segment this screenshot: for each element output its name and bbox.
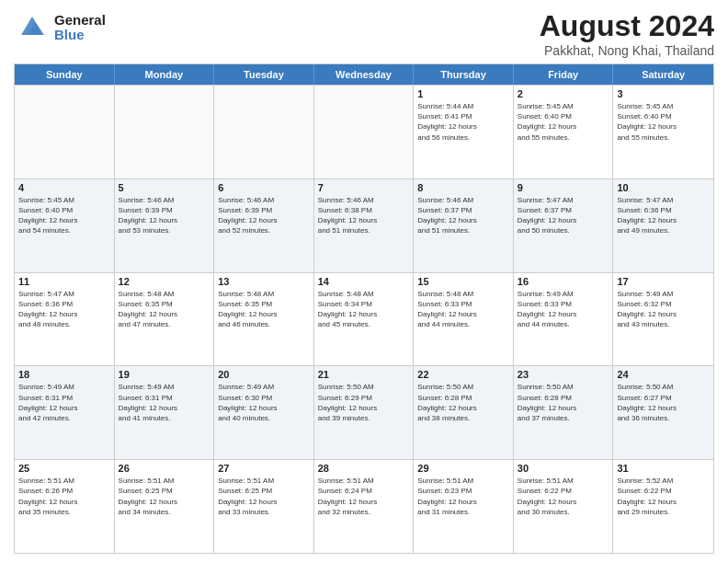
calendar-row-3: 18Sunrise: 5:49 AM Sunset: 6:31 PM Dayli… xyxy=(15,365,713,459)
day-info-3-4: Sunrise: 5:50 AM Sunset: 6:28 PM Dayligh… xyxy=(417,382,509,423)
day-info-4-3: Sunrise: 5:51 AM Sunset: 6:24 PM Dayligh… xyxy=(318,476,410,517)
cal-cell-4-0: 25Sunrise: 5:51 AM Sunset: 6:26 PM Dayli… xyxy=(15,460,115,553)
day-info-2-0: Sunrise: 5:47 AM Sunset: 6:36 PM Dayligh… xyxy=(18,289,110,330)
cal-cell-1-6: 10Sunrise: 5:47 AM Sunset: 6:36 PM Dayli… xyxy=(613,179,713,272)
cal-cell-3-0: 18Sunrise: 5:49 AM Sunset: 6:31 PM Dayli… xyxy=(15,366,115,459)
cal-cell-0-3 xyxy=(314,86,415,178)
day-number-2-1: 12 xyxy=(119,276,210,287)
day-number-3-6: 24 xyxy=(617,369,710,380)
day-info-3-0: Sunrise: 5:49 AM Sunset: 6:31 PM Dayligh… xyxy=(18,382,110,423)
day-number-4-0: 25 xyxy=(18,463,110,474)
day-info-1-4: Sunrise: 5:46 AM Sunset: 6:37 PM Dayligh… xyxy=(417,195,509,236)
cal-cell-3-2: 20Sunrise: 5:49 AM Sunset: 6:30 PM Dayli… xyxy=(214,366,314,459)
day-info-2-2: Sunrise: 5:48 AM Sunset: 6:35 PM Dayligh… xyxy=(218,289,310,330)
day-number-1-6: 10 xyxy=(617,182,710,193)
day-number-2-2: 13 xyxy=(218,276,310,287)
logo-blue-text: Blue xyxy=(54,28,106,43)
cal-cell-1-4: 8Sunrise: 5:46 AM Sunset: 6:37 PM Daylig… xyxy=(414,179,514,272)
calendar-row-1: 4Sunrise: 5:45 AM Sunset: 6:40 PM Daylig… xyxy=(15,178,713,272)
day-info-4-2: Sunrise: 5:51 AM Sunset: 6:25 PM Dayligh… xyxy=(218,476,310,517)
cal-cell-0-1 xyxy=(115,86,215,178)
day-info-2-1: Sunrise: 5:48 AM Sunset: 6:35 PM Dayligh… xyxy=(119,289,210,330)
header-tuesday: Tuesday xyxy=(214,64,314,85)
day-info-2-4: Sunrise: 5:48 AM Sunset: 6:33 PM Dayligh… xyxy=(417,289,509,330)
cal-cell-4-5: 30Sunrise: 5:51 AM Sunset: 6:22 PM Dayli… xyxy=(514,460,614,553)
day-number-4-3: 28 xyxy=(318,463,410,474)
day-info-4-1: Sunrise: 5:51 AM Sunset: 6:25 PM Dayligh… xyxy=(119,476,210,517)
day-number-3-1: 19 xyxy=(119,369,210,380)
day-number-3-5: 23 xyxy=(518,369,609,380)
day-number-2-5: 16 xyxy=(518,276,609,287)
cal-cell-0-4: 1Sunrise: 5:44 AM Sunset: 6:41 PM Daylig… xyxy=(414,86,514,178)
day-info-2-6: Sunrise: 5:49 AM Sunset: 6:32 PM Dayligh… xyxy=(617,289,710,330)
day-number-1-2: 6 xyxy=(218,182,310,193)
day-info-0-5: Sunrise: 5:45 AM Sunset: 6:40 PM Dayligh… xyxy=(518,101,609,143)
calendar-row-2: 11Sunrise: 5:47 AM Sunset: 6:36 PM Dayli… xyxy=(15,272,713,366)
day-number-1-1: 5 xyxy=(119,182,210,193)
day-number-1-4: 8 xyxy=(417,182,509,193)
day-info-3-6: Sunrise: 5:50 AM Sunset: 6:27 PM Dayligh… xyxy=(617,382,710,423)
cal-cell-2-6: 17Sunrise: 5:49 AM Sunset: 6:32 PM Dayli… xyxy=(613,273,713,366)
cal-cell-3-6: 24Sunrise: 5:50 AM Sunset: 6:27 PM Dayli… xyxy=(613,366,713,459)
cal-cell-0-6: 3Sunrise: 5:45 AM Sunset: 6:40 PM Daylig… xyxy=(613,86,713,178)
day-number-4-1: 26 xyxy=(119,463,210,474)
subtitle: Pakkhat, Nong Khai, Thailand xyxy=(540,43,714,58)
cal-cell-2-1: 12Sunrise: 5:48 AM Sunset: 6:35 PM Dayli… xyxy=(115,273,215,366)
day-info-3-1: Sunrise: 5:49 AM Sunset: 6:31 PM Dayligh… xyxy=(119,382,210,423)
day-number-3-3: 21 xyxy=(318,369,410,380)
header-friday: Friday xyxy=(514,64,614,85)
page: General Blue August 2024 Pakkhat, Nong K… xyxy=(0,0,728,563)
cal-cell-2-5: 16Sunrise: 5:49 AM Sunset: 6:33 PM Dayli… xyxy=(514,273,614,366)
calendar-body: 1Sunrise: 5:44 AM Sunset: 6:41 PM Daylig… xyxy=(15,85,713,553)
cal-cell-4-4: 29Sunrise: 5:51 AM Sunset: 6:23 PM Dayli… xyxy=(414,460,514,553)
day-info-1-2: Sunrise: 5:46 AM Sunset: 6:39 PM Dayligh… xyxy=(218,195,310,236)
cal-cell-3-4: 22Sunrise: 5:50 AM Sunset: 6:28 PM Dayli… xyxy=(414,366,514,459)
day-info-4-0: Sunrise: 5:51 AM Sunset: 6:26 PM Dayligh… xyxy=(18,476,110,517)
cal-cell-4-2: 27Sunrise: 5:51 AM Sunset: 6:25 PM Dayli… xyxy=(214,460,314,553)
cal-cell-3-5: 23Sunrise: 5:50 AM Sunset: 6:28 PM Dayli… xyxy=(514,366,614,459)
header-sunday: Sunday xyxy=(15,64,115,85)
day-number-1-5: 9 xyxy=(518,182,609,193)
cal-cell-3-3: 21Sunrise: 5:50 AM Sunset: 6:29 PM Dayli… xyxy=(314,366,415,459)
day-info-4-5: Sunrise: 5:51 AM Sunset: 6:22 PM Dayligh… xyxy=(518,476,609,517)
calendar-row-0: 1Sunrise: 5:44 AM Sunset: 6:41 PM Daylig… xyxy=(15,85,713,178)
day-number-2-3: 14 xyxy=(318,276,410,287)
day-info-0-6: Sunrise: 5:45 AM Sunset: 6:40 PM Dayligh… xyxy=(617,101,710,143)
cal-cell-4-6: 31Sunrise: 5:52 AM Sunset: 6:22 PM Dayli… xyxy=(613,460,713,553)
cal-cell-0-5: 2Sunrise: 5:45 AM Sunset: 6:40 PM Daylig… xyxy=(514,86,614,178)
day-info-1-5: Sunrise: 5:47 AM Sunset: 6:37 PM Dayligh… xyxy=(518,195,609,236)
cal-cell-0-2 xyxy=(214,86,314,178)
day-number-1-3: 7 xyxy=(318,182,410,193)
day-number-0-6: 3 xyxy=(617,88,710,99)
day-number-0-5: 2 xyxy=(518,88,609,99)
day-number-3-0: 18 xyxy=(18,369,110,380)
day-info-1-0: Sunrise: 5:45 AM Sunset: 6:40 PM Dayligh… xyxy=(18,195,110,236)
main-title: August 2024 xyxy=(540,9,714,43)
day-info-0-4: Sunrise: 5:44 AM Sunset: 6:41 PM Dayligh… xyxy=(417,101,509,143)
day-info-3-3: Sunrise: 5:50 AM Sunset: 6:29 PM Dayligh… xyxy=(318,382,410,423)
logo-general-text: General xyxy=(54,13,106,29)
title-block: August 2024 Pakkhat, Nong Khai, Thailand xyxy=(540,9,714,58)
header-monday: Monday xyxy=(115,64,215,85)
day-number-3-2: 20 xyxy=(218,369,310,380)
day-number-4-2: 27 xyxy=(218,463,310,474)
day-number-4-4: 29 xyxy=(417,463,509,474)
header-saturday: Saturday xyxy=(613,64,713,85)
calendar: Sunday Monday Tuesday Wednesday Thursday… xyxy=(14,63,714,554)
day-number-4-6: 31 xyxy=(617,463,710,474)
header-thursday: Thursday xyxy=(414,64,514,85)
day-info-1-1: Sunrise: 5:46 AM Sunset: 6:39 PM Dayligh… xyxy=(119,195,210,236)
day-number-1-0: 4 xyxy=(18,182,110,193)
day-info-4-4: Sunrise: 5:51 AM Sunset: 6:23 PM Dayligh… xyxy=(417,476,509,517)
day-number-2-6: 17 xyxy=(617,276,710,287)
cal-cell-3-1: 19Sunrise: 5:49 AM Sunset: 6:31 PM Dayli… xyxy=(115,366,215,459)
cal-cell-4-3: 28Sunrise: 5:51 AM Sunset: 6:24 PM Dayli… xyxy=(314,460,415,553)
cal-cell-2-2: 13Sunrise: 5:48 AM Sunset: 6:35 PM Dayli… xyxy=(214,273,314,366)
calendar-header: Sunday Monday Tuesday Wednesday Thursday… xyxy=(15,64,713,85)
day-info-2-5: Sunrise: 5:49 AM Sunset: 6:33 PM Dayligh… xyxy=(518,289,609,330)
day-info-1-6: Sunrise: 5:47 AM Sunset: 6:36 PM Dayligh… xyxy=(617,195,710,236)
logo: General Blue xyxy=(14,9,106,46)
header-wednesday: Wednesday xyxy=(314,64,415,85)
cal-cell-1-1: 5Sunrise: 5:46 AM Sunset: 6:39 PM Daylig… xyxy=(115,179,215,272)
logo-name: General Blue xyxy=(54,13,106,43)
